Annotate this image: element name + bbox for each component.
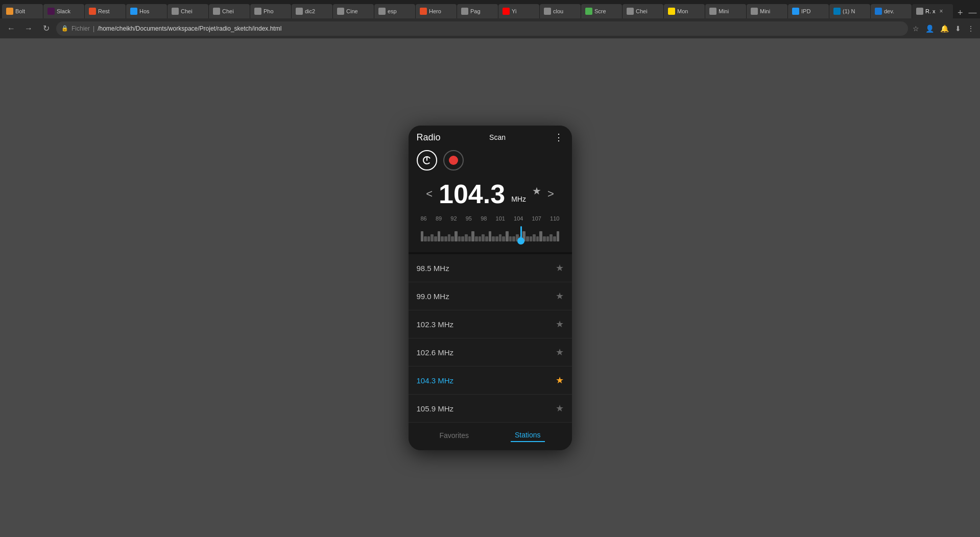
tab-esp[interactable]: esp: [374, 4, 415, 18]
main-content: Radio Scan ⋮ < 10: [0, 39, 980, 537]
station-item-5[interactable]: 104.3 MHz ★: [409, 367, 572, 395]
close-tab-icon[interactable]: ×: [940, 8, 943, 15]
tab-mini2[interactable]: Mini: [747, 4, 787, 18]
more-options-icon[interactable]: ⋮: [554, 132, 563, 143]
tab-chei1[interactable]: Chei: [168, 4, 208, 18]
tab-mon[interactable]: Mon: [664, 4, 705, 18]
frequency-favorite-icon[interactable]: ★: [532, 185, 541, 197]
tab-scre[interactable]: Scre: [581, 4, 622, 18]
address-text: /home/cheikh/Documents/workspace/Projet/…: [98, 25, 903, 32]
station-freq-2: 99.0 MHz: [417, 292, 449, 301]
radio-top-section: Radio Scan ⋮ < 10: [409, 126, 572, 252]
tab-radio-active[interactable]: R. x ×: [912, 4, 953, 18]
station-item-2[interactable]: 99.0 MHz ★: [409, 282, 572, 310]
scale-bar[interactable]: [421, 224, 560, 244]
bookmark-star-icon[interactable]: ☆: [911, 25, 921, 33]
forward-button[interactable]: →: [21, 21, 36, 36]
station-star-5[interactable]: ★: [556, 375, 564, 386]
record-button[interactable]: [443, 150, 464, 170]
notification-icon[interactable]: 🔔: [939, 25, 950, 33]
stations-tab[interactable]: Stations: [511, 429, 545, 442]
station-star-1[interactable]: ★: [556, 262, 564, 274]
stations-list: 98.5 MHz ★ 99.0 MHz ★ 102.3 MHz ★ 102.6 …: [409, 254, 572, 422]
favorites-tab[interactable]: Favorites: [435, 429, 473, 442]
station-star-2[interactable]: ★: [556, 290, 564, 302]
tab-slack[interactable]: Slack: [43, 4, 84, 18]
station-star-6[interactable]: ★: [556, 403, 564, 414]
tab-gmail[interactable]: Bolt: [2, 4, 43, 18]
tab-mini1[interactable]: Mini: [705, 4, 746, 18]
radio-controls: [417, 150, 564, 170]
frequency-display: < 104.3 MHz ★ >: [417, 181, 564, 207]
station-star-4[interactable]: ★: [556, 347, 564, 358]
station-freq-3: 102.3 MHz: [417, 320, 454, 329]
station-freq-4: 102.6 MHz: [417, 348, 454, 357]
tab-chei2[interactable]: Chei: [209, 4, 250, 18]
reload-button[interactable]: ↻: [39, 21, 53, 36]
scale-knob[interactable]: [517, 237, 524, 245]
frequency-unit: MHz: [511, 195, 526, 203]
current-frequency: 104.3: [439, 181, 505, 207]
back-button[interactable]: ←: [4, 21, 18, 36]
scan-button[interactable]: Scan: [489, 133, 506, 141]
station-item-4[interactable]: 102.6 MHz ★: [409, 338, 572, 367]
frequency-scale[interactable]: 86 89 92 95 98 101 104 107 110: [417, 215, 564, 252]
lock-icon: 🔒: [61, 25, 68, 32]
station-item-3[interactable]: 102.3 MHz ★: [409, 310, 572, 338]
download-icon[interactable]: ⬇: [953, 25, 963, 33]
station-star-3[interactable]: ★: [556, 319, 564, 330]
tab-n[interactable]: (1) N: [829, 4, 870, 18]
freq-prev-button[interactable]: <: [426, 187, 433, 201]
navigation-bar: ← → ↻ 🔒 Fichier | /home/cheikh/Documents…: [0, 18, 980, 39]
tab-pho[interactable]: Pho: [250, 4, 291, 18]
radio-title: Radio: [417, 132, 441, 143]
tab-pag[interactable]: Pag: [457, 4, 498, 18]
tab-hos[interactable]: Hos: [126, 4, 167, 18]
tab-clou[interactable]: clou: [540, 4, 581, 18]
station-freq-5: 104.3 MHz: [417, 376, 454, 385]
address-prefix: Fichier: [71, 25, 90, 32]
tab-yi[interactable]: Yi: [498, 4, 539, 18]
radio-app: Radio Scan ⋮ < 10: [409, 126, 572, 450]
freq-next-button[interactable]: >: [547, 187, 554, 201]
tab-dev[interactable]: dev.: [871, 4, 912, 18]
station-freq-1: 98.5 MHz: [417, 264, 449, 273]
station-freq-6: 105.9 MHz: [417, 404, 454, 413]
tab-dic[interactable]: dic2: [292, 4, 332, 18]
power-icon: [422, 155, 432, 165]
station-item-6[interactable]: 105.9 MHz ★: [409, 395, 572, 422]
tab-chei3[interactable]: Chei: [623, 4, 663, 18]
browser-menu-icon[interactable]: ⋮: [966, 25, 976, 33]
tab-cine[interactable]: Cine: [333, 4, 374, 18]
minimize-window-icon[interactable]: —: [966, 7, 980, 18]
scale-labels: 86 89 92 95 98 101 104 107 110: [421, 215, 560, 222]
record-dot: [449, 156, 458, 165]
station-item-1[interactable]: 98.5 MHz ★: [409, 254, 572, 282]
new-tab-icon[interactable]: +: [955, 8, 965, 18]
browser-profile-icon[interactable]: 👤: [924, 25, 936, 33]
bottom-navigation: Favorites Stations: [409, 422, 572, 450]
tab-ipd[interactable]: IPD: [788, 4, 829, 18]
address-bar[interactable]: 🔒 Fichier | /home/cheikh/Documents/works…: [56, 21, 908, 36]
power-button[interactable]: [417, 150, 437, 170]
tab-hero[interactable]: Hero: [416, 4, 457, 18]
radio-header: Radio Scan ⋮: [417, 132, 564, 143]
tab-rest[interactable]: Rest: [85, 4, 126, 18]
tab-bar: Bolt Slack Rest Hos Chei Chei Pho dic2 C…: [0, 0, 980, 18]
